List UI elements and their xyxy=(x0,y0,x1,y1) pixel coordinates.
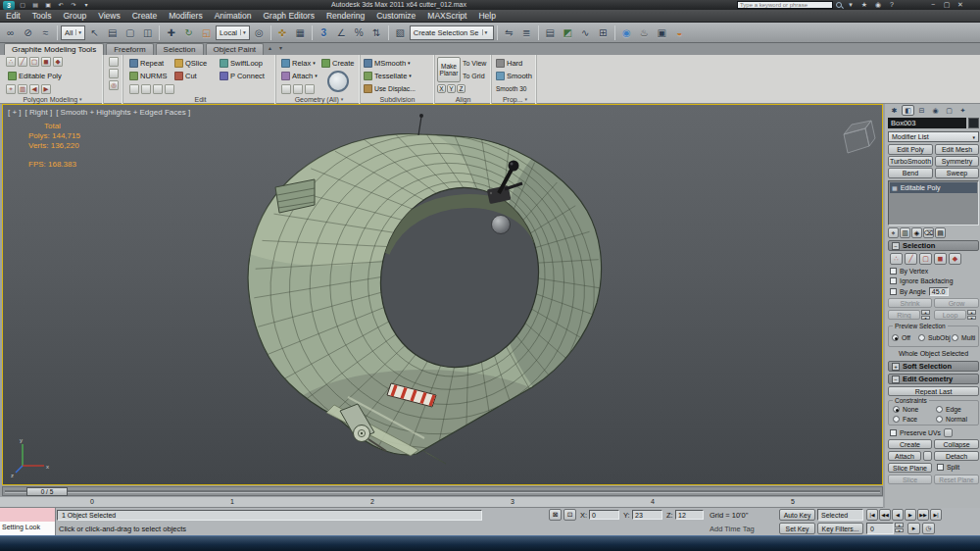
save-file-icon[interactable]: ▣ xyxy=(43,1,53,9)
quick-access-dropdown-icon[interactable]: ▾ xyxy=(81,1,91,9)
msmooth-button[interactable]: MSmooth▾ xyxy=(364,57,411,69)
render-production-icon[interactable]: ◒ xyxy=(671,25,688,41)
align-x-button[interactable]: X xyxy=(437,84,446,93)
constraint-normal-radio[interactable] xyxy=(936,416,943,423)
graphite-ribbon-toggle-icon[interactable]: ◩ xyxy=(560,25,576,41)
grow-button[interactable]: Grow xyxy=(934,298,979,308)
key-set-dropdown[interactable]: Selected xyxy=(817,509,863,521)
geometry-loop-tool-icon[interactable] xyxy=(327,71,349,92)
edit-tool-icon-1[interactable] xyxy=(129,84,139,94)
window-crossing-icon[interactable]: ◫ xyxy=(139,25,156,41)
panel-label-edit[interactable]: Edit xyxy=(125,94,275,104)
menu-views[interactable]: Views xyxy=(92,10,126,23)
edit-tool-icon-3[interactable] xyxy=(153,84,163,94)
tab-object-paint[interactable]: Object Paint xyxy=(206,43,265,55)
key-mode-toggle-icon[interactable]: ▸ xyxy=(907,523,920,534)
tab-utilities-icon[interactable]: ✦ xyxy=(956,105,969,116)
repeat-button[interactable]: Repeat xyxy=(129,57,164,69)
vertex-subobject-icon[interactable]: ∴ xyxy=(890,253,903,265)
menu-customize[interactable]: Customize xyxy=(370,10,421,23)
menu-modifiers[interactable]: Modifiers xyxy=(163,10,208,23)
spinner-snap-icon[interactable]: ⇅ xyxy=(368,25,385,41)
play-animation-icon[interactable]: ▶ xyxy=(905,509,916,521)
rollout-soft-selection[interactable]: +Soft Selection xyxy=(888,361,979,372)
next-modifier-icon[interactable]: ▶ xyxy=(41,84,51,94)
split-checkbox[interactable] xyxy=(937,464,944,471)
repeat-last-button[interactable]: Repeat Last xyxy=(888,386,979,396)
by-angle-value-field[interactable]: 45.0 xyxy=(929,287,949,296)
communication-center-icon[interactable]: ◉ xyxy=(872,0,884,10)
make-planar-button[interactable]: Make Planar xyxy=(437,57,461,82)
search-dropdown-icon[interactable]: ▾ xyxy=(845,0,857,10)
preserve-uvs-settings-icon[interactable] xyxy=(944,428,953,437)
make-unique-icon[interactable]: ◈ xyxy=(911,227,922,238)
tab-create-icon[interactable]: ✱ xyxy=(888,105,901,116)
tab-freeform[interactable]: Freeform xyxy=(106,43,153,55)
search-icon[interactable] xyxy=(836,2,843,9)
open-file-icon[interactable]: ▤ xyxy=(30,1,40,9)
attach-geometry-button[interactable]: Attach xyxy=(888,451,921,461)
modifier-button-turbosmooth[interactable]: TurboSmooth xyxy=(888,156,933,167)
grow-selection-icon[interactable] xyxy=(109,57,119,67)
menu-create[interactable]: Create xyxy=(126,10,164,23)
constraint-none-radio[interactable] xyxy=(893,406,900,413)
time-configuration-icon[interactable]: ◷ xyxy=(922,523,935,534)
edit-tool-icon-2[interactable] xyxy=(141,84,151,94)
menu-edit[interactable]: Edit xyxy=(0,10,26,23)
constraint-edge-radio[interactable] xyxy=(936,406,943,413)
viewport-canvas[interactable]: x y z xyxy=(3,105,882,484)
qslice-button[interactable]: QSlice xyxy=(174,57,207,69)
create-geometry-button[interactable]: Create xyxy=(888,439,932,449)
menu-graph-editors[interactable]: Graph Editors xyxy=(257,10,319,23)
edit-tool-icon-4[interactable] xyxy=(165,84,174,94)
window-close-icon[interactable]: ✕ xyxy=(955,0,966,10)
select-and-rotate-icon[interactable]: ↻ xyxy=(180,25,197,41)
render-setup-icon[interactable]: ♨ xyxy=(636,25,653,41)
go-to-start-icon[interactable]: |◀ xyxy=(866,509,878,521)
modifier-button-symmetry[interactable]: Symmetry xyxy=(935,156,979,167)
configure-modifier-sets-icon[interactable]: ▤ xyxy=(935,227,946,238)
create-button[interactable]: Create xyxy=(321,57,355,69)
menu-animation[interactable]: Animation xyxy=(209,10,258,23)
polygon-mode-icon[interactable]: ◼ xyxy=(41,57,51,67)
absolute-offset-toggle-icon[interactable]: ⊡ xyxy=(564,509,576,521)
vertex-mode-icon[interactable]: ∴ xyxy=(6,57,16,67)
window-maximize-icon[interactable]: ▢ xyxy=(941,0,953,10)
unlink-selection-icon[interactable]: ⊘ xyxy=(20,25,36,41)
constraint-face-radio[interactable] xyxy=(893,416,900,423)
time-slider-groove[interactable] xyxy=(5,490,880,493)
add-time-tag[interactable]: Add Time Tag xyxy=(710,525,755,533)
time-slider[interactable]: 0 / 5 xyxy=(2,486,883,496)
border-subobject-icon[interactable]: ▢ xyxy=(919,253,932,265)
collapse-button[interactable]: Collapse xyxy=(934,439,979,449)
panel-label-polygon-modeling[interactable]: Polygon Modeling▾ xyxy=(2,94,103,104)
ring-button[interactable]: Ring xyxy=(888,310,920,320)
align-icon[interactable]: ≣ xyxy=(518,25,535,41)
macro-recorder-pane[interactable] xyxy=(0,508,56,522)
pconnect-button[interactable]: P Connect xyxy=(220,70,265,81)
swiftloop-button[interactable]: SwiftLoop xyxy=(220,57,263,69)
menu-maxscript[interactable]: MAXScript xyxy=(421,10,472,23)
preview-multi-radio[interactable] xyxy=(952,334,958,341)
modifier-button-bend[interactable]: Bend xyxy=(888,168,933,178)
infocenter-search-input[interactable] xyxy=(737,1,833,9)
object-color-swatch[interactable] xyxy=(968,118,979,128)
loop-button[interactable]: Loop xyxy=(934,310,966,320)
nurms-button[interactable]: NURMS xyxy=(129,70,168,81)
reset-plane-button[interactable]: Reset Plane xyxy=(934,475,979,484)
track-bar[interactable]: 0 1 2 3 4 5 xyxy=(0,497,883,508)
selection-lock-icon[interactable]: ⊠ xyxy=(549,509,562,521)
panel-label-subdivision[interactable]: Subdivision xyxy=(361,94,434,104)
ribbon-options-icon[interactable]: ▾ xyxy=(276,44,285,54)
model-cutter-ring[interactable] xyxy=(179,109,684,484)
slice-button[interactable]: Slice xyxy=(888,475,932,484)
tab-modify-icon[interactable]: ◧ xyxy=(902,105,914,116)
border-mode-icon[interactable]: ▢ xyxy=(29,57,39,67)
mirror-icon[interactable]: ⇋ xyxy=(501,25,517,41)
snaps-toggle-icon[interactable]: 3 xyxy=(316,25,332,41)
by-vertex-checkbox[interactable] xyxy=(890,268,897,275)
cut-button[interactable]: Cut xyxy=(174,70,197,81)
previous-modifier-icon[interactable]: ◀ xyxy=(29,84,39,94)
new-scene-icon[interactable]: ▢ xyxy=(18,1,27,9)
edge-subobject-icon[interactable]: ╱ xyxy=(905,253,917,265)
